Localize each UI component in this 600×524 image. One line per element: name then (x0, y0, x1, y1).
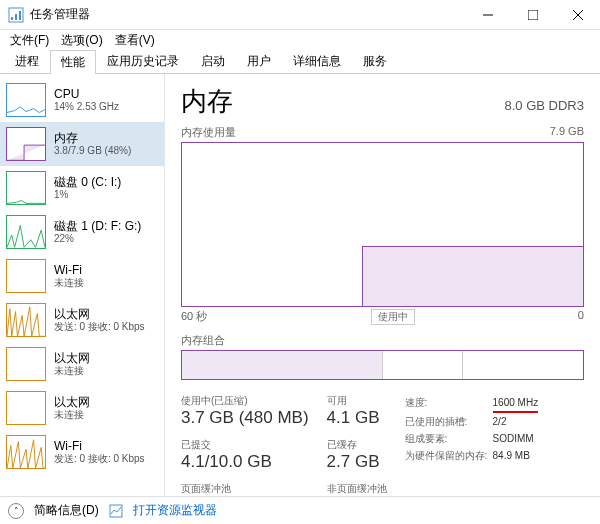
meta-hw-k: 为硬件保留的内存: (405, 447, 493, 464)
sidebar-item-eth2[interactable]: 以太网未连接 (0, 342, 164, 386)
menu-file[interactable]: 文件(F) (6, 32, 53, 49)
sidebar: CPU14% 2.53 GHz 内存3.8/7.9 GB (48%) 磁盘 0 … (0, 74, 165, 496)
sidebar-item-disk0[interactable]: 磁盘 0 (C: I:)1% (0, 166, 164, 210)
page-title: 内存 (181, 84, 233, 119)
sidebar-item-label: 以太网 (54, 351, 90, 365)
resmon-icon (109, 504, 123, 518)
net-sparkline (6, 347, 46, 381)
tabbar: 进程 性能 应用历史记录 启动 用户 详细信息 服务 (0, 50, 600, 74)
tab-processes[interactable]: 进程 (4, 49, 50, 73)
stat-paged-label: 页面缓冲池 (181, 482, 309, 496)
tab-performance[interactable]: 性能 (50, 50, 96, 74)
sidebar-item-label: 内存 (54, 131, 131, 145)
menubar: 文件(F) 选项(O) 查看(V) (0, 30, 600, 50)
meta-slots-k: 已使用的插槽: (405, 413, 493, 430)
disk-sparkline (6, 215, 46, 249)
axis-left: 60 秒 (181, 309, 207, 325)
stat-avail-label: 可用 (327, 394, 387, 408)
sidebar-item-label: Wi-Fi (54, 263, 84, 277)
tab-users[interactable]: 用户 (236, 49, 282, 73)
sidebar-item-wifi2[interactable]: Wi-Fi发送: 0 接收: 0 Kbps (0, 430, 164, 474)
composition-bar (181, 350, 584, 380)
sidebar-item-memory[interactable]: 内存3.8/7.9 GB (48%) (0, 122, 164, 166)
stat-committed-val: 4.1/10.0 GB (181, 452, 309, 472)
menu-options[interactable]: 选项(O) (57, 32, 106, 49)
sidebar-item-label: 以太网 (54, 395, 90, 409)
open-resmon-link[interactable]: 打开资源监视器 (133, 502, 217, 519)
main-panel: 内存 8.0 GB DDR3 内存使用量 7.9 GB 60 秒 使用中 0 内… (165, 74, 600, 496)
capacity-text: 8.0 GB DDR3 (505, 98, 584, 113)
composition-label: 内存组合 (181, 333, 584, 348)
sidebar-item-cpu[interactable]: CPU14% 2.53 GHz (0, 78, 164, 122)
sidebar-item-sub: 未连接 (54, 277, 84, 289)
fewer-details-button[interactable]: 简略信息(D) (34, 502, 99, 519)
close-button[interactable] (555, 0, 600, 30)
tab-history[interactable]: 应用历史记录 (96, 49, 190, 73)
axis-mid: 使用中 (371, 309, 415, 325)
footer: ˄ 简略信息(D) 打开资源监视器 (0, 496, 600, 524)
meta-speed-v: 1600 MHz (493, 394, 539, 413)
sidebar-item-disk1[interactable]: 磁盘 1 (D: F: G:)22% (0, 210, 164, 254)
tab-services[interactable]: 服务 (352, 49, 398, 73)
sidebar-item-sub: 3.8/7.9 GB (48%) (54, 145, 131, 157)
tab-details[interactable]: 详细信息 (282, 49, 352, 73)
sidebar-item-sub: 发送: 0 接收: 0 Kbps (54, 321, 145, 333)
sidebar-item-label: 磁盘 1 (D: F: G:) (54, 219, 141, 233)
sidebar-item-sub: 未连接 (54, 365, 90, 377)
meta-form-k: 组成要素: (405, 430, 493, 447)
sidebar-item-sub: 14% 2.53 GHz (54, 101, 119, 113)
net-sparkline (6, 391, 46, 425)
sidebar-item-eth3[interactable]: 以太网未连接 (0, 386, 164, 430)
sidebar-item-sub: 发送: 0 接收: 0 Kbps (54, 453, 145, 465)
app-icon (8, 7, 24, 23)
sidebar-item-label: CPU (54, 87, 119, 101)
tab-startup[interactable]: 启动 (190, 49, 236, 73)
net-sparkline (6, 435, 46, 469)
meta-hw-v: 84.9 MB (493, 447, 530, 464)
meta-speed-k: 速度: (405, 394, 493, 413)
stat-inuse-label: 使用中(已压缩) (181, 394, 309, 408)
svg-rect-3 (19, 11, 21, 20)
svg-rect-5 (528, 10, 538, 20)
sidebar-item-wifi1[interactable]: Wi-Fi未连接 (0, 254, 164, 298)
net-sparkline (6, 303, 46, 337)
sidebar-item-label: Wi-Fi (54, 439, 145, 453)
menu-view[interactable]: 查看(V) (111, 32, 159, 49)
meta-slots-v: 2/2 (493, 413, 507, 430)
stat-cached-label: 已缓存 (327, 438, 387, 452)
fewer-details-icon[interactable]: ˄ (8, 503, 24, 519)
minimize-button[interactable] (465, 0, 510, 30)
axis-right: 0 (578, 309, 584, 325)
sidebar-item-sub: 22% (54, 233, 141, 245)
sidebar-item-eth1[interactable]: 以太网发送: 0 接收: 0 Kbps (0, 298, 164, 342)
cpu-sparkline (6, 83, 46, 117)
disk-sparkline (6, 171, 46, 205)
meta-form-v: SODIMM (493, 430, 534, 447)
window-title: 任务管理器 (30, 6, 465, 23)
sidebar-item-label: 磁盘 0 (C: I:) (54, 175, 121, 189)
usage-max: 7.9 GB (550, 125, 584, 140)
svg-rect-2 (15, 14, 17, 20)
compo-seg-standby (383, 351, 463, 379)
sidebar-item-label: 以太网 (54, 307, 145, 321)
stat-avail-val: 4.1 GB (327, 408, 387, 428)
net-sparkline (6, 259, 46, 293)
memory-chart (181, 142, 584, 307)
titlebar: 任务管理器 (0, 0, 600, 30)
stat-committed-label: 已提交 (181, 438, 309, 452)
sidebar-item-sub: 1% (54, 189, 121, 201)
usage-label: 内存使用量 (181, 125, 236, 140)
stat-cached-val: 2.7 GB (327, 452, 387, 472)
svg-rect-1 (11, 17, 13, 20)
sidebar-item-sub: 未连接 (54, 409, 90, 421)
compo-seg-inuse (182, 351, 383, 379)
memory-sparkline (6, 127, 46, 161)
stat-nonpaged-label: 非页面缓冲池 (327, 482, 387, 496)
stat-inuse-val: 3.7 GB (480 MB) (181, 408, 309, 428)
maximize-button[interactable] (510, 0, 555, 30)
chart-fill (362, 246, 583, 306)
